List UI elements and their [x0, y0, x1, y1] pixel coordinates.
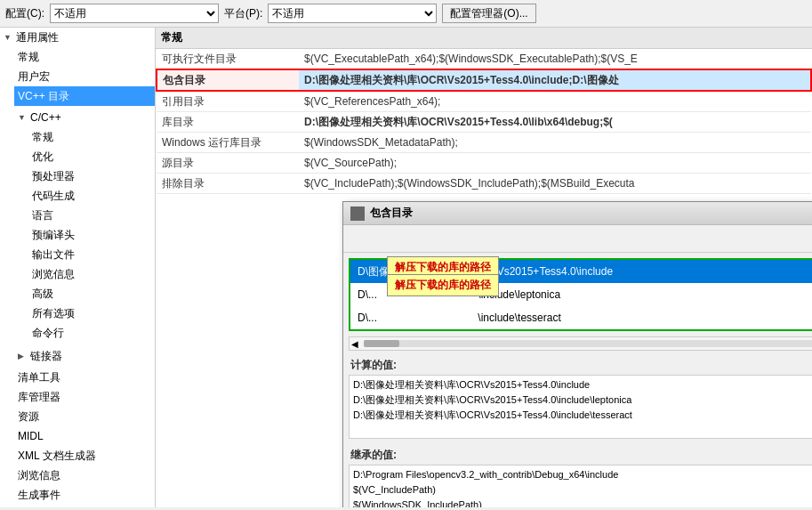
tree-group-general: ▼ 通用属性 常规 用户宏 VC++ 目录 ▼ C/C++ 常规 优化 预处理器: [0, 28, 155, 505]
prop-row-exclude: 排除目录 $(VC_IncludePath);$(WindowsSDK_Incl…: [157, 174, 811, 194]
dialog-list: D\图像处理相关资料\库\OCR\Vs2015+Tess4.0\include …: [349, 258, 812, 331]
sidebar-item-codegen[interactable]: 代码生成: [28, 186, 155, 206]
inherited-line-1: D:\Program Files\opencv3.2_with_contrib\…: [353, 467, 812, 482]
sidebar-group-linker: ▶ 链接器: [14, 344, 155, 368]
dialog-toolbar: ✦ ✕ ▲ ▼: [343, 225, 812, 253]
prop-row-include: 包含目录 D:\图像处理相关资料\库\OCR\Vs2015+Tess4.0\in…: [157, 69, 811, 91]
inherited-lines: D:\Program Files\opencv3.2_with_contrib\…: [350, 465, 812, 507]
computed-line-1: D:\图像处理相关资料\库\OCR\Vs2015+Tess4.0\include: [353, 377, 812, 393]
inherited-line-3: $(WindowsSDK_IncludePath): [353, 498, 812, 507]
prop-row-lib: 库目录 D:\图像处理相关资料\库\OCR\Vs2015+Tess4.0\lib…: [157, 112, 811, 133]
computed-lines: D:\图像处理相关资料\库\OCR\Vs2015+Tess4.0\include…: [350, 376, 812, 425]
computed-area: D:\图像处理相关资料\库\OCR\Vs2015+Tess4.0\include…: [349, 375, 812, 439]
sidebar-item-cpp-normal[interactable]: 常规: [28, 127, 155, 147]
list-item-3[interactable]: D\... \include\tesseract: [350, 306, 812, 329]
sidebar-item-cpp[interactable]: ▼ C/C++: [14, 108, 155, 127]
prop-row-ref: 引用目录 $(VC_ReferencesPath_x64);: [157, 91, 811, 112]
prop-name-exclude: 排除目录: [157, 174, 299, 194]
sidebar-item-cmdline[interactable]: 命令行: [28, 323, 155, 343]
cpp-expand-icon: ▼: [18, 109, 28, 125]
sidebar-item-lib-manager[interactable]: 库管理器: [14, 387, 155, 407]
prop-row-executable: 可执行文件目录 $(VC_ExecutablePath_x64);$(Windo…: [157, 49, 811, 69]
scroll-thumb[interactable]: [364, 340, 399, 347]
sidebar-item-language[interactable]: 语言: [28, 206, 155, 225]
prop-value-exclude: $(VC_IncludePath);$(WindowsSDK_IncludePa…: [299, 174, 811, 194]
cpp-children: 常规 优化 预处理器 代码生成 语言 预编译头 输出文件 浏览信息 高级 所有选…: [14, 127, 155, 343]
computed-label: 计算的值:: [343, 354, 812, 375]
sidebar-item-general-properties[interactable]: ▼ 通用属性: [0, 28, 155, 47]
prop-row-source: 源目录 $(VC_SourcePath);: [157, 153, 811, 174]
top-bar: 配置(C): 不适用 平台(P): 不适用 配置管理器(O)...: [0, 0, 812, 28]
sidebar-children: 常规 用户宏 VC++ 目录 ▼ C/C++ 常规 优化 预处理器 代码生成 语…: [0, 47, 155, 505]
sidebar-item-optimize[interactable]: 优化: [28, 147, 155, 166]
dialog-titlebar: 包含目录 ? ✕: [343, 202, 812, 225]
include-dirs-dialog: 包含目录 ? ✕ ✦ ✕ ▲ ▼ D\图像处理相关资料\库\OCR\Vs2015…: [342, 201, 812, 507]
config-label: 配置(C):: [5, 6, 44, 21]
inherited-area: D:\Program Files\opencv3.2_with_contrib\…: [349, 465, 812, 507]
expand-icon: ▼: [4, 29, 14, 45]
dialog-title: 包含目录: [370, 206, 413, 221]
prop-value-include: D:\图像处理相关资料\库\OCR\Vs2015+Tess4.0\include…: [299, 69, 811, 91]
sidebar-item-linker[interactable]: ▶ 链接器: [14, 346, 155, 366]
sidebar-item-browse[interactable]: 浏览信息: [28, 264, 155, 284]
inherited-line-2: $(VC_IncludePath): [353, 482, 812, 498]
platform-select[interactable]: 不适用: [268, 4, 437, 23]
right-content: 常规 可执行文件目录 $(VC_ExecutablePath_x64);$(Wi…: [156, 28, 812, 507]
sidebar-item-vc-dirs[interactable]: VC++ 目录: [14, 86, 155, 106]
prop-name-lib: 库目录: [157, 112, 299, 133]
dialog-hscrollbar[interactable]: ◀ ▶: [349, 336, 812, 351]
list-item-2[interactable]: D\... \include\leptonica: [350, 283, 812, 306]
config-manager-button[interactable]: 配置管理器(O)...: [442, 4, 535, 23]
list-item-1[interactable]: D\图像处理相关资料\库\OCR\Vs2015+Tess4.0\include: [350, 260, 812, 283]
prop-value-ref: $(VC_ReferencesPath_x64);: [299, 91, 811, 112]
sidebar-item-preprocessor[interactable]: 预处理器: [28, 166, 155, 186]
sidebar-item-precompiled[interactable]: 预编译头: [28, 225, 155, 245]
prop-name-winruntime: Windows 运行库目录: [157, 133, 299, 153]
prop-value-lib: D:\图像处理相关资料\库\OCR\Vs2015+Tess4.0\lib\x64…: [299, 112, 811, 133]
sidebar-item-midl[interactable]: MIDL: [14, 426, 155, 446]
prop-row-winruntime: Windows 运行库目录 $(WindowsSDK_MetadataPath)…: [157, 133, 811, 153]
sidebar-item-resource[interactable]: 资源: [14, 407, 155, 426]
computed-line-3: D:\图像处理相关资料\库\OCR\Vs2015+Tess4.0\include…: [353, 408, 812, 423]
sidebar-item-build-events[interactable]: 生成事件: [14, 485, 155, 505]
sidebar: ▼ 通用属性 常规 用户宏 VC++ 目录 ▼ C/C++ 常规 优化 预处理器: [0, 28, 156, 507]
sidebar-item-normal[interactable]: 常规: [14, 47, 155, 67]
sidebar-item-all-options[interactable]: 所有选项: [28, 304, 155, 323]
platform-label: 平台(P):: [224, 6, 262, 21]
computed-line-2: D:\图像处理相关资料\库\OCR\Vs2015+Tess4.0\include…: [353, 393, 812, 408]
config-select[interactable]: 不适用: [50, 4, 219, 23]
properties-header: 常规: [156, 28, 812, 49]
dialog-titlebar-left: 包含目录: [350, 206, 413, 221]
scroll-left-btn[interactable]: ◀: [350, 339, 360, 349]
properties-table: 可执行文件目录 $(VC_ExecutablePath_x64);$(Windo…: [156, 49, 812, 194]
sidebar-item-user-macros[interactable]: 用户宏: [14, 67, 155, 86]
inherited-label: 继承的值:: [343, 444, 812, 465]
main-area: ▼ 通用属性 常规 用户宏 VC++ 目录 ▼ C/C++ 常规 优化 预处理器: [0, 28, 812, 507]
prop-name-ref: 引用目录: [157, 91, 299, 112]
sidebar-item-xml-doc[interactable]: XML 文档生成器: [14, 446, 155, 465]
sidebar-item-output[interactable]: 输出文件: [28, 245, 155, 264]
prop-value-executable: $(VC_ExecutablePath_x64);$(WindowsSDK_Ex…: [299, 49, 811, 69]
sidebar-item-advanced[interactable]: 高级: [28, 284, 155, 304]
dialog-icon: [350, 206, 365, 221]
scroll-track: [364, 340, 812, 347]
prop-name-executable: 可执行文件目录: [157, 49, 299, 69]
sidebar-item-browse2[interactable]: 浏览信息: [14, 465, 155, 485]
prop-value-source: $(VC_SourcePath);: [299, 153, 811, 174]
sidebar-group-cpp: ▼ C/C++ 常规 优化 预处理器 代码生成 语言 预编译头 输出文件 浏览信…: [14, 106, 155, 344]
prop-value-winruntime: $(WindowsSDK_MetadataPath);: [299, 133, 811, 153]
prop-name-source: 源目录: [157, 153, 299, 174]
sidebar-item-manifest[interactable]: 清单工具: [14, 368, 155, 387]
linker-expand-icon: ▶: [18, 348, 28, 364]
prop-name-include: 包含目录: [157, 69, 299, 91]
